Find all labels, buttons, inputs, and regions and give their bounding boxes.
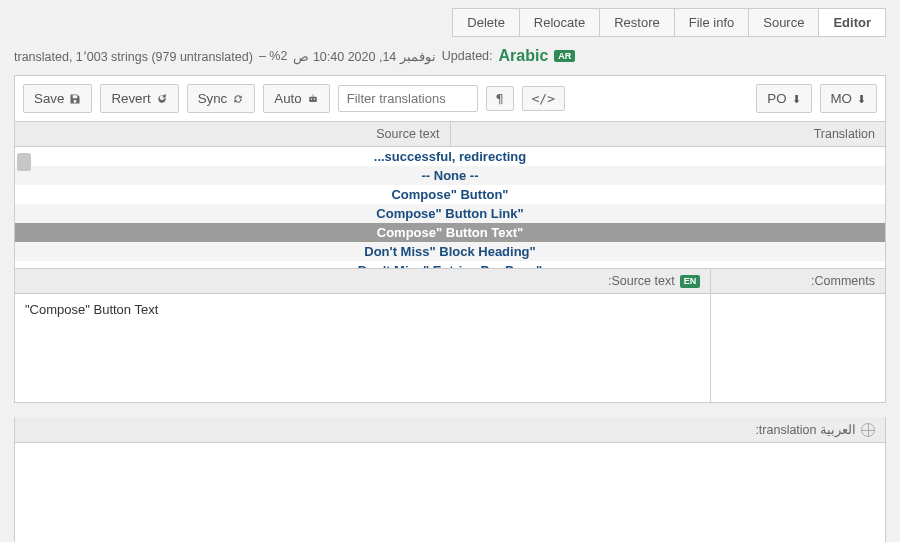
source-pane-label: :Source text: [608, 274, 675, 288]
filter-input[interactable]: [338, 85, 478, 112]
table-row[interactable]: Don't Miss" Block Heading": [15, 242, 885, 261]
top-tabs: Delete Relocate Restore File info Source…: [14, 8, 886, 37]
comments-pane-label: :Comments: [811, 274, 875, 288]
download-icon: ⬇: [792, 92, 801, 106]
mo-download-button[interactable]: MO⬇: [820, 84, 877, 113]
svg-point-1: [310, 98, 312, 100]
po-download-button[interactable]: PO⬇: [756, 84, 811, 113]
column-source: Source text: [15, 122, 451, 146]
tab-restore[interactable]: Restore: [599, 8, 675, 37]
table-row[interactable]: Compose" Button": [15, 185, 885, 204]
save-icon: [69, 93, 81, 105]
translation-input[interactable]: [15, 443, 885, 542]
comments-pane: :Comments: [711, 269, 885, 402]
tab-source[interactable]: Source: [748, 8, 819, 37]
table-row-selected[interactable]: Compose" Button Text": [15, 223, 885, 242]
table-row[interactable]: Don't Miss" Entries Per Page": [15, 261, 885, 269]
tab-delete[interactable]: Delete: [452, 8, 520, 37]
comments-body[interactable]: [711, 294, 885, 402]
revert-button[interactable]: Revert: [100, 84, 178, 113]
download-icon: ⬇: [857, 92, 866, 106]
refresh-icon: [156, 93, 168, 105]
translation-pane-label: :translation العربية: [755, 422, 856, 437]
table-row[interactable]: ...successful, redirecting: [15, 147, 885, 166]
source-pane: :Source text EN "Compose" Button Text: [15, 269, 711, 402]
source-text-value: "Compose" Button Text: [15, 294, 710, 402]
table-header: Source text Translation: [14, 122, 886, 147]
globe-icon[interactable]: [861, 423, 875, 437]
auto-button[interactable]: Auto: [263, 84, 329, 113]
meta-bar: AR Arabic :Updated نوفمبر 14, 2020 10:40…: [14, 41, 886, 75]
percent: %2 –: [259, 49, 288, 63]
table-row[interactable]: Compose" Button Link": [15, 204, 885, 223]
translation-pane: :translation العربية: [14, 417, 886, 542]
language-name: Arabic: [499, 47, 549, 65]
tab-fileinfo[interactable]: File info: [674, 8, 750, 37]
locale-badge: AR: [554, 50, 575, 63]
robot-icon: [307, 93, 319, 105]
stats: translated, 1٬003 strings (979 untransla…: [14, 49, 253, 64]
tab-editor[interactable]: Editor: [818, 8, 886, 37]
string-list[interactable]: ...successful, redirecting -- None -- Co…: [14, 147, 886, 269]
table-row[interactable]: -- None --: [15, 166, 885, 185]
svg-rect-0: [309, 96, 317, 101]
sync-button[interactable]: Sync: [187, 84, 256, 113]
save-button[interactable]: Save: [23, 84, 92, 113]
pilcrow-button[interactable]: ¶: [486, 86, 514, 111]
updated-label: :Updated: [442, 49, 493, 63]
tab-relocate[interactable]: Relocate: [519, 8, 600, 37]
svg-point-2: [313, 98, 315, 100]
column-translation: Translation: [451, 122, 886, 146]
updated-timestamp: نوفمبر 14, 2020 10:40 ص: [293, 49, 435, 64]
source-lang-badge: EN: [680, 275, 701, 288]
sync-icon: [232, 93, 244, 105]
toolbar: Save Revert Sync Auto ¶ </> PO⬇ MO⬇: [14, 75, 886, 122]
code-button[interactable]: </>: [522, 86, 565, 111]
